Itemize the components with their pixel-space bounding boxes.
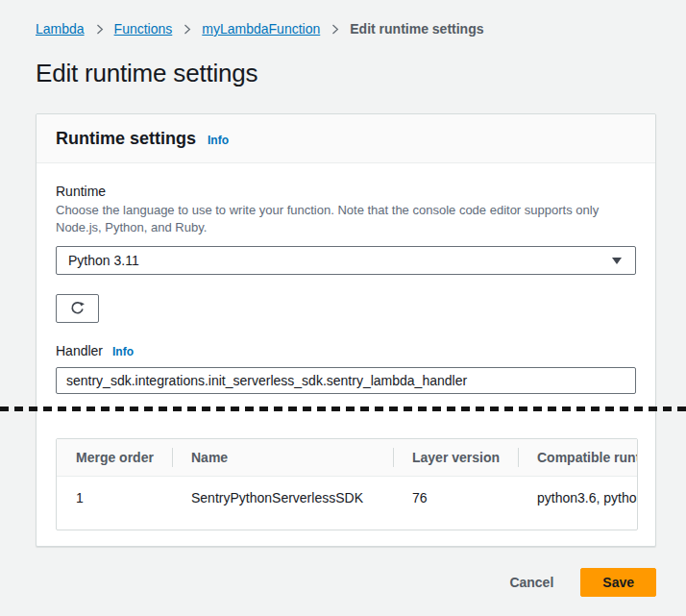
breadcrumb-link-lambda[interactable]: Lambda [36,21,85,37]
chevron-right-icon [181,23,193,36]
column-header-compatible-runtimes: Compatible runtimes [518,439,638,477]
cell-merge-order: 1 [57,477,172,530]
chevron-right-icon [93,23,106,36]
handler-label: Handler [56,342,103,359]
column-header-merge-order: Merge order [57,439,172,477]
panel-header: Runtime settings Info [37,114,655,163]
screenshot-splice-dashed-line [0,407,686,411]
handler-input[interactable] [56,367,636,394]
footer-actions: Cancel Save [36,568,656,597]
column-header-layer-version: Layer version [393,439,518,477]
breadcrumb: Lambda Functions myLambdaFunction Edit r… [36,21,656,37]
breadcrumb-link-function-name[interactable]: myLambdaFunction [202,21,320,37]
panel-title: Runtime settings [56,128,196,149]
runtime-settings-panel: Runtime settings Info Runtime Choose the… [36,113,656,547]
breadcrumb-link-functions[interactable]: Functions [114,21,173,37]
layers-table-header-row: Merge order Name Layer version Compatibl… [57,439,638,477]
panel-info-link[interactable]: Info [208,134,229,147]
refresh-icon [69,301,86,317]
page-title: Edit runtime settings [36,58,656,88]
edit-runtime-settings-page: Lambda Functions myLambdaFunction Edit r… [0,0,686,597]
save-button[interactable]: Save [580,568,656,597]
handler-label-row: Handler Info [56,342,636,359]
runtime-label: Runtime [56,183,636,200]
runtime-description: Choose the language to use to write your… [56,202,636,236]
cancel-button[interactable]: Cancel [509,575,553,590]
refresh-runtimes-button[interactable] [56,294,99,323]
table-row: 1 SentryPythonServerlessSDK 76 python3.6… [57,477,638,530]
chevron-down-icon [612,258,622,264]
panel-body: Runtime Choose the language to use to wr… [37,163,655,546]
cell-name: SentryPythonServerlessSDK [172,477,393,530]
chevron-right-icon [329,23,341,36]
cell-layer-version: 76 [393,477,518,530]
cell-compatible-runtimes: python3.6, python3.7 [518,477,638,530]
runtime-select[interactable]: Python 3.11 [56,246,636,275]
column-header-name: Name [172,439,393,477]
handler-info-link[interactable]: Info [112,345,134,358]
layers-table-container: Merge order Name Layer version Compatibl… [56,438,638,530]
runtime-select-value: Python 3.11 [68,253,139,268]
breadcrumb-current: Edit runtime settings [350,21,483,37]
layers-table: Merge order Name Layer version Compatibl… [57,439,638,530]
